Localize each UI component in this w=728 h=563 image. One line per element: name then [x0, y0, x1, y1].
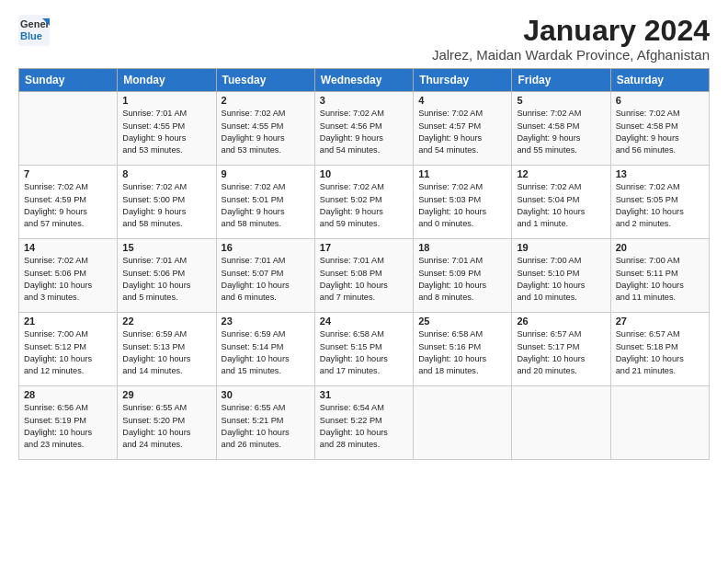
table-cell: 31Sunrise: 6:54 AMSunset: 5:22 PMDayligh… [314, 386, 413, 460]
table-cell: 16Sunrise: 7:01 AMSunset: 5:07 PMDayligh… [216, 239, 314, 313]
day-number: 16 [222, 242, 310, 253]
day-number: 4 [418, 95, 506, 106]
day-info: Sunrise: 7:02 AMSunset: 5:00 PMDaylight:… [122, 181, 210, 230]
day-number: 9 [222, 168, 310, 179]
table-cell: 7Sunrise: 7:02 AMSunset: 4:59 PMDaylight… [19, 166, 118, 239]
day-number: 2 [222, 95, 310, 106]
day-info: Sunrise: 7:02 AMSunset: 4:58 PMDaylight:… [517, 108, 605, 156]
table-cell: 27Sunrise: 6:57 AMSunset: 5:18 PMDayligh… [610, 313, 709, 386]
table-row: 14Sunrise: 7:02 AMSunset: 5:06 PMDayligh… [19, 239, 710, 313]
table-cell: 15Sunrise: 7:01 AMSunset: 5:06 PMDayligh… [118, 239, 216, 313]
day-number: 22 [122, 316, 210, 327]
day-number: 11 [418, 168, 506, 179]
day-info: Sunrise: 6:59 AMSunset: 5:14 PMDaylight:… [222, 328, 310, 377]
table-cell: 10Sunrise: 7:02 AMSunset: 5:02 PMDayligh… [314, 166, 413, 239]
calendar-page: General Blue January 2024 Jalrez, Maidan… [0, 0, 728, 469]
table-cell: 22Sunrise: 6:59 AMSunset: 5:13 PMDayligh… [118, 313, 216, 386]
day-info: Sunrise: 7:01 AMSunset: 4:55 PMDaylight:… [122, 108, 210, 156]
day-info: Sunrise: 7:02 AMSunset: 5:06 PMDaylight:… [24, 255, 112, 304]
day-number: 10 [320, 168, 408, 179]
day-info: Sunrise: 7:00 AMSunset: 5:11 PMDaylight:… [616, 255, 704, 304]
table-cell: 19Sunrise: 7:00 AMSunset: 5:10 PMDayligh… [512, 239, 610, 313]
col-sunday: Sunday [19, 69, 118, 92]
day-info: Sunrise: 7:02 AMSunset: 4:58 PMDaylight:… [616, 108, 704, 156]
day-number: 23 [222, 316, 310, 327]
table-cell [414, 386, 512, 460]
day-number: 31 [320, 389, 408, 400]
day-number: 6 [616, 95, 704, 106]
table-row: 21Sunrise: 7:00 AMSunset: 5:12 PMDayligh… [19, 313, 710, 386]
table-cell: 30Sunrise: 6:55 AMSunset: 5:21 PMDayligh… [216, 386, 314, 460]
title-block: January 2024 Jalrez, Maidan Wardak Provi… [432, 15, 710, 63]
header-row: Sunday Monday Tuesday Wednesday Thursday… [19, 69, 710, 92]
col-friday: Friday [512, 69, 610, 92]
day-info: Sunrise: 7:02 AMSunset: 5:04 PMDaylight:… [517, 181, 605, 230]
day-number: 27 [616, 316, 704, 327]
day-number: 26 [517, 316, 605, 327]
day-number: 29 [122, 389, 210, 400]
calendar-body: 1Sunrise: 7:01 AMSunset: 4:55 PMDaylight… [19, 92, 710, 460]
day-number: 30 [222, 389, 310, 400]
table-cell: 5Sunrise: 7:02 AMSunset: 4:58 PMDaylight… [512, 92, 610, 166]
col-monday: Monday [118, 69, 216, 92]
day-info: Sunrise: 7:02 AMSunset: 5:01 PMDaylight:… [222, 181, 310, 230]
day-info: Sunrise: 6:55 AMSunset: 5:20 PMDaylight:… [122, 402, 210, 451]
day-info: Sunrise: 7:01 AMSunset: 5:08 PMDaylight:… [320, 255, 408, 304]
day-number: 7 [24, 168, 112, 179]
table-cell: 14Sunrise: 7:02 AMSunset: 5:06 PMDayligh… [19, 239, 118, 313]
table-cell: 26Sunrise: 6:57 AMSunset: 5:17 PMDayligh… [512, 313, 610, 386]
table-row: 28Sunrise: 6:56 AMSunset: 5:19 PMDayligh… [19, 386, 710, 460]
day-number: 15 [122, 242, 210, 253]
calendar-table: Sunday Monday Tuesday Wednesday Thursday… [18, 68, 710, 460]
day-info: Sunrise: 6:56 AMSunset: 5:19 PMDaylight:… [24, 402, 112, 451]
table-cell: 21Sunrise: 7:00 AMSunset: 5:12 PMDayligh… [19, 313, 118, 386]
day-info: Sunrise: 6:58 AMSunset: 5:15 PMDaylight:… [320, 328, 408, 377]
svg-text:Blue: Blue [20, 30, 42, 41]
day-number: 1 [122, 95, 210, 106]
col-tuesday: Tuesday [216, 69, 314, 92]
day-info: Sunrise: 7:00 AMSunset: 5:10 PMDaylight:… [517, 255, 605, 304]
table-cell: 24Sunrise: 6:58 AMSunset: 5:15 PMDayligh… [314, 313, 413, 386]
day-number: 28 [24, 389, 112, 400]
table-cell: 2Sunrise: 7:02 AMSunset: 4:55 PMDaylight… [216, 92, 314, 166]
day-info: Sunrise: 7:01 AMSunset: 5:07 PMDaylight:… [222, 255, 310, 304]
table-cell: 6Sunrise: 7:02 AMSunset: 4:58 PMDaylight… [610, 92, 709, 166]
day-number: 8 [122, 168, 210, 179]
table-cell [19, 92, 118, 166]
table-row: 7Sunrise: 7:02 AMSunset: 4:59 PMDaylight… [19, 166, 710, 239]
day-info: Sunrise: 7:00 AMSunset: 5:12 PMDaylight:… [24, 328, 112, 377]
day-info: Sunrise: 6:54 AMSunset: 5:22 PMDaylight:… [320, 402, 408, 451]
table-cell: 9Sunrise: 7:02 AMSunset: 5:01 PMDaylight… [216, 166, 314, 239]
day-number: 20 [616, 242, 704, 253]
header: General Blue January 2024 Jalrez, Maidan… [18, 15, 710, 63]
col-wednesday: Wednesday [314, 69, 413, 92]
logo: General Blue [18, 15, 50, 46]
day-number: 18 [418, 242, 506, 253]
table-cell: 3Sunrise: 7:02 AMSunset: 4:56 PMDaylight… [314, 92, 413, 166]
location-title: Jalrez, Maidan Wardak Province, Afghanis… [432, 47, 710, 63]
day-info: Sunrise: 7:02 AMSunset: 5:02 PMDaylight:… [320, 181, 408, 230]
day-number: 24 [320, 316, 408, 327]
logo-icon: General Blue [18, 15, 50, 46]
table-cell: 28Sunrise: 6:56 AMSunset: 5:19 PMDayligh… [19, 386, 118, 460]
day-info: Sunrise: 6:57 AMSunset: 5:17 PMDaylight:… [517, 328, 605, 377]
day-number: 17 [320, 242, 408, 253]
table-cell: 13Sunrise: 7:02 AMSunset: 5:05 PMDayligh… [610, 166, 709, 239]
table-cell [610, 386, 709, 460]
day-info: Sunrise: 6:58 AMSunset: 5:16 PMDaylight:… [418, 328, 506, 377]
day-info: Sunrise: 7:01 AMSunset: 5:09 PMDaylight:… [418, 255, 506, 304]
table-cell: 23Sunrise: 6:59 AMSunset: 5:14 PMDayligh… [216, 313, 314, 386]
day-info: Sunrise: 6:55 AMSunset: 5:21 PMDaylight:… [222, 402, 310, 451]
day-number: 13 [616, 168, 704, 179]
day-info: Sunrise: 7:02 AMSunset: 4:56 PMDaylight:… [320, 108, 408, 156]
day-number: 19 [517, 242, 605, 253]
day-info: Sunrise: 7:02 AMSunset: 4:59 PMDaylight:… [24, 181, 112, 230]
day-number: 21 [24, 316, 112, 327]
col-saturday: Saturday [610, 69, 709, 92]
table-cell: 29Sunrise: 6:55 AMSunset: 5:20 PMDayligh… [118, 386, 216, 460]
table-cell: 20Sunrise: 7:00 AMSunset: 5:11 PMDayligh… [610, 239, 709, 313]
table-cell: 18Sunrise: 7:01 AMSunset: 5:09 PMDayligh… [414, 239, 512, 313]
col-thursday: Thursday [414, 69, 512, 92]
table-cell [512, 386, 610, 460]
table-cell: 11Sunrise: 7:02 AMSunset: 5:03 PMDayligh… [414, 166, 512, 239]
